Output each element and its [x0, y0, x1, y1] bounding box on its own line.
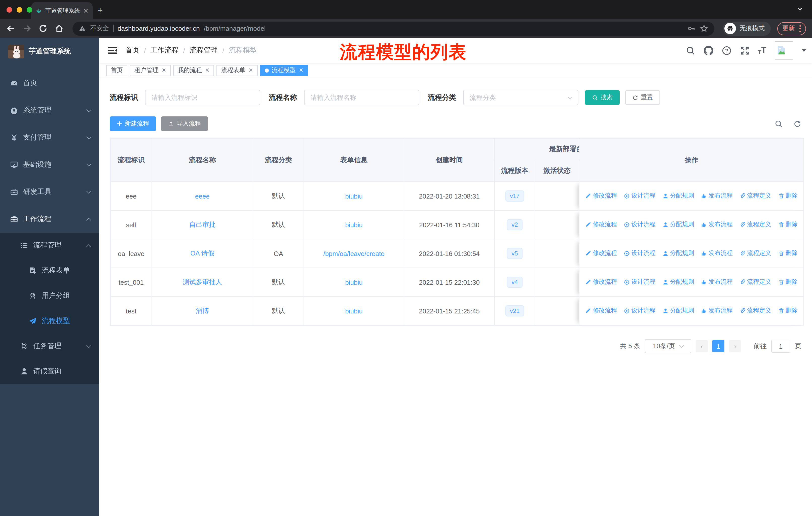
sidebar-item-task-management[interactable]: 任务管理	[0, 333, 99, 359]
process-definition-link[interactable]: 流程定义	[740, 278, 771, 287]
close-icon[interactable]: ✕	[299, 67, 303, 74]
avatar-caret-icon[interactable]	[802, 49, 806, 52]
home-icon[interactable]	[54, 24, 64, 33]
next-page-button[interactable]: ›	[729, 340, 741, 352]
toggle-search-icon[interactable]	[775, 120, 783, 128]
process-definition-link[interactable]: 流程定义	[740, 249, 771, 258]
prev-page-button[interactable]: ‹	[696, 340, 708, 352]
close-icon[interactable]: ✕	[205, 67, 209, 74]
close-icon[interactable]: ✕	[249, 67, 253, 74]
process-name-link[interactable]: eeee	[195, 192, 210, 200]
breadcrumb-home[interactable]: 首页	[125, 46, 140, 55]
version-badge[interactable]: v21	[505, 305, 524, 317]
update-label[interactable]: 更新	[782, 24, 795, 33]
search-button[interactable]: 搜索	[585, 90, 620, 105]
import-process-button[interactable]: 导入流程	[161, 116, 208, 131]
sidebar-item-workflow[interactable]: 工作流程	[0, 206, 99, 233]
reset-button[interactable]: 重置	[625, 90, 660, 105]
delete-process-link[interactable]: 删除	[778, 220, 798, 229]
delete-process-link[interactable]: 删除	[778, 307, 798, 315]
process-name-link[interactable]: 自己审批	[189, 221, 215, 228]
assign-rule-link[interactable]: 分配规则	[662, 220, 694, 229]
delete-process-link[interactable]: 删除	[778, 249, 798, 258]
delete-process-link[interactable]: 删除	[778, 192, 798, 200]
process-name-link[interactable]: 测试多审批人	[183, 278, 222, 286]
form-info-link[interactable]: biubiu	[345, 192, 362, 200]
tag-home[interactable]: 首页	[106, 65, 127, 76]
design-process-link[interactable]: 设计流程	[624, 278, 656, 287]
design-process-link[interactable]: 设计流程	[624, 249, 656, 258]
sidebar-collapse-icon[interactable]	[108, 46, 117, 55]
github-icon[interactable]	[704, 46, 713, 55]
tab-close-icon[interactable]: ✕	[83, 7, 89, 14]
url-host[interactable]: dashboard.yudao.iocoder.cn	[118, 25, 200, 32]
address-bar[interactable]: 不安全 dashboard.yudao.iocoder.cn /bpm/mana…	[72, 21, 714, 35]
form-info-link[interactable]: biubiu	[345, 221, 362, 228]
assign-rule-link[interactable]: 分配规则	[662, 249, 694, 258]
form-info-link[interactable]: biubiu	[345, 278, 362, 286]
browser-update-button[interactable]: 更新	[777, 22, 806, 35]
publish-process-link[interactable]: 发布流程	[701, 307, 733, 315]
sidebar-item-system[interactable]: 系统管理	[0, 97, 99, 124]
bookmark-star-icon[interactable]	[700, 24, 708, 33]
edit-process-link[interactable]: 修改流程	[585, 220, 617, 229]
sidebar-item-user-group[interactable]: 用户分组	[0, 283, 99, 308]
sidebar-item-process-model[interactable]: 流程模型	[0, 308, 99, 333]
sidebar-item-payment[interactable]: 支付管理	[0, 124, 99, 151]
edit-process-link[interactable]: 修改流程	[585, 278, 617, 287]
edit-process-link[interactable]: 修改流程	[585, 192, 617, 200]
process-definition-link[interactable]: 流程定义	[740, 220, 771, 229]
edit-process-link[interactable]: 修改流程	[585, 249, 617, 258]
url-path[interactable]: /bpm/manager/model	[204, 25, 683, 32]
process-definition-link[interactable]: 流程定义	[740, 192, 771, 200]
process-key-input[interactable]	[145, 90, 260, 105]
browser-menu-icon[interactable]	[800, 25, 801, 32]
sidebar-item-leave-query[interactable]: 请假查询	[0, 359, 99, 384]
password-key-icon[interactable]	[687, 24, 696, 33]
publish-process-link[interactable]: 发布流程	[701, 220, 733, 229]
version-badge[interactable]: v4	[507, 277, 522, 288]
not-secure-warning-icon[interactable]	[79, 25, 86, 32]
sidebar-item-devtools[interactable]: 研发工具	[0, 179, 99, 206]
goto-page-input[interactable]	[771, 340, 790, 353]
form-info-link[interactable]: biubiu	[345, 307, 362, 315]
close-window-button[interactable]	[6, 7, 12, 12]
publish-process-link[interactable]: 发布流程	[701, 278, 733, 287]
process-name-link[interactable]: 滔博	[196, 307, 209, 315]
publish-process-link[interactable]: 发布流程	[701, 192, 733, 200]
page-size-select[interactable]: 10条/页	[645, 339, 691, 353]
tag-process-model[interactable]: 流程模型✕	[260, 65, 308, 76]
assign-rule-link[interactable]: 分配规则	[662, 278, 694, 287]
form-info-link[interactable]: /bpm/oa/leave/create	[323, 250, 385, 257]
tag-process-form[interactable]: 流程表单✕	[217, 65, 258, 76]
minimize-window-button[interactable]	[17, 7, 22, 12]
back-icon[interactable]	[6, 24, 16, 33]
help-icon[interactable]: ?	[722, 46, 731, 55]
refresh-table-icon[interactable]	[793, 120, 802, 128]
tab-search-chevron-icon[interactable]	[797, 6, 803, 12]
sidebar-item-infra[interactable]: 基础设施	[0, 151, 99, 179]
edit-process-link[interactable]: 修改流程	[585, 307, 617, 315]
sidebar-item-process-management[interactable]: 流程管理	[0, 233, 99, 258]
forward-icon[interactable]	[22, 24, 32, 33]
design-process-link[interactable]: 设计流程	[624, 307, 656, 315]
process-name-link[interactable]: OA 请假	[190, 249, 214, 257]
breadcrumb-process-management[interactable]: 流程管理	[190, 46, 218, 55]
assign-rule-link[interactable]: 分配规则	[662, 192, 694, 200]
assign-rule-link[interactable]: 分配规则	[662, 307, 694, 315]
security-label[interactable]: 不安全	[90, 24, 109, 33]
browser-tab[interactable]: 芋道管理系统 ✕	[31, 2, 93, 19]
publish-process-link[interactable]: 发布流程	[701, 249, 733, 258]
tag-tenant[interactable]: 租户管理✕	[130, 65, 171, 76]
design-process-link[interactable]: 设计流程	[624, 192, 656, 200]
process-name-input[interactable]	[304, 90, 419, 105]
close-icon[interactable]: ✕	[162, 67, 166, 74]
create-process-button[interactable]: 新建流程	[110, 116, 156, 131]
font-size-icon[interactable]: TT	[758, 46, 766, 55]
delete-process-link[interactable]: 删除	[778, 278, 798, 287]
tag-my-process[interactable]: 我的流程✕	[173, 65, 214, 76]
version-badge[interactable]: v17	[505, 190, 524, 202]
search-icon[interactable]	[686, 46, 695, 55]
process-category-select[interactable]: 流程分类	[463, 90, 578, 105]
avatar[interactable]	[775, 41, 793, 60]
